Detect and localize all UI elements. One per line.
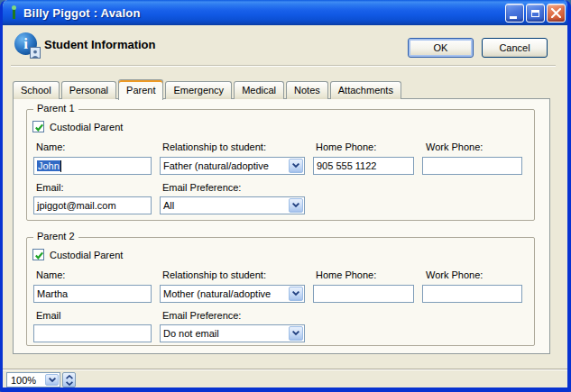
minimize-button[interactable] — [505, 4, 524, 23]
parent1-work-phone-input[interactable] — [422, 157, 522, 175]
parent2-home-phone-label: Home Phone: — [316, 269, 376, 280]
parent1-email-preference-select[interactable]: All — [160, 196, 305, 214]
chevron-up-icon — [66, 375, 73, 379]
chevron-down-icon — [292, 203, 299, 208]
ok-button[interactable]: OK — [408, 38, 474, 58]
chevron-down-icon — [49, 378, 56, 383]
parent2-custodial-label: Custodial Parent — [50, 250, 123, 260]
parent2-relationship-label: Relationship to student: — [162, 269, 266, 280]
minimize-icon — [510, 16, 517, 19]
tab-notes[interactable]: Notes — [286, 81, 328, 99]
text-caret — [60, 160, 61, 172]
dropdown-button[interactable] — [289, 198, 303, 213]
parent2-home-phone-input[interactable] — [313, 285, 414, 303]
parent1-name-input[interactable]: John — [33, 157, 152, 175]
tab-personal[interactable]: Personal — [61, 81, 116, 99]
parent1-legend: Parent 1 — [33, 103, 78, 114]
person-badge-icon — [30, 47, 41, 59]
parent2-name-input[interactable]: Martha — [33, 285, 152, 303]
parent1-email-label: Email: — [36, 182, 64, 193]
parent2-email-label: Email — [36, 310, 61, 321]
zoom-value: 100% — [7, 375, 45, 386]
parent1-home-phone-label: Home Phone: — [316, 141, 376, 152]
titlebar[interactable]: Billy Piggot : Avalon — [0, 0, 571, 25]
parent1-home-phone-input[interactable]: 905 555 1122 — [313, 157, 414, 175]
statusbar-separator — [3, 369, 567, 370]
zoom-select[interactable]: 100% — [6, 372, 60, 387]
app-icon — [8, 5, 19, 20]
window-title: Billy Piggot : Avalon — [23, 6, 141, 20]
tab-strip: School Personal Parent Emergency Medical… — [13, 78, 403, 99]
parent1-relationship-label: Relationship to student: — [162, 141, 266, 152]
dropdown-button[interactable] — [289, 159, 303, 173]
chevron-down-icon — [66, 381, 73, 386]
parent2-email-preference-label: Email Preference: — [162, 310, 241, 321]
zoom-control: 100% — [6, 372, 76, 387]
parent1-name-label: Name: — [36, 141, 65, 152]
student-info-icon: i — [14, 32, 39, 57]
maximize-button[interactable] — [526, 4, 545, 23]
dialog-client: i Student Information OK Cancel School P… — [3, 25, 567, 387]
tab-attachments[interactable]: Attachments — [330, 81, 401, 99]
parent1-custodial-label: Custodial Parent — [50, 122, 123, 132]
parent2-custodial-checkbox[interactable] — [32, 249, 44, 260]
dropdown-button[interactable] — [289, 326, 303, 341]
close-icon — [551, 8, 561, 18]
parent2-email-preference-select[interactable]: Do not email — [160, 324, 305, 342]
dropdown-button[interactable] — [289, 287, 303, 301]
parent1-work-phone-label: Work Phone: — [426, 141, 483, 152]
zoom-dropdown-button[interactable] — [45, 374, 59, 386]
parent1-email-input[interactable]: jpiggot@mail.com — [33, 196, 152, 214]
chevron-down-icon — [292, 331, 299, 336]
parent-tab-panel: Parent 1 Custodial Parent Name: Relation… — [13, 98, 550, 354]
parent2-legend: Parent 2 — [33, 231, 78, 242]
header-separator — [11, 65, 556, 67]
parent2-email-input[interactable] — [33, 324, 152, 342]
chevron-down-icon — [292, 291, 299, 296]
tab-parent[interactable]: Parent — [118, 79, 163, 100]
tab-medical[interactable]: Medical — [234, 81, 284, 99]
parent1-custodial-checkbox[interactable] — [32, 121, 44, 132]
checkmark-icon — [34, 123, 44, 132]
parent2-name-label: Name: — [36, 269, 65, 280]
maximize-icon — [531, 10, 539, 17]
checkmark-icon — [34, 251, 44, 260]
selected-text: John — [37, 160, 60, 171]
parent1-relationship-select[interactable]: Father (natural/adoptive — [160, 157, 305, 175]
tab-emergency[interactable]: Emergency — [165, 81, 232, 99]
parent2-work-phone-input[interactable] — [422, 285, 522, 303]
parent2-relationship-select[interactable]: Mother (natural/adoptive — [160, 285, 305, 303]
cancel-button[interactable]: Cancel — [482, 38, 548, 58]
dialog-window: Billy Piggot : Avalon i Student Informat… — [0, 0, 571, 392]
parent1-group: Parent 1 Custodial Parent Name: Relation… — [26, 109, 535, 221]
page-title: Student Information — [44, 38, 156, 51]
chevron-down-icon — [292, 163, 299, 169]
parent2-group: Parent 2 Custodial Parent Name: Relation… — [26, 237, 535, 346]
close-button[interactable] — [547, 4, 566, 23]
parent1-email-preference-label: Email Preference: — [162, 182, 241, 193]
tab-school[interactable]: School — [13, 81, 60, 99]
parent2-work-phone-label: Work Phone: — [426, 269, 483, 280]
zoom-spinner[interactable] — [62, 372, 76, 387]
